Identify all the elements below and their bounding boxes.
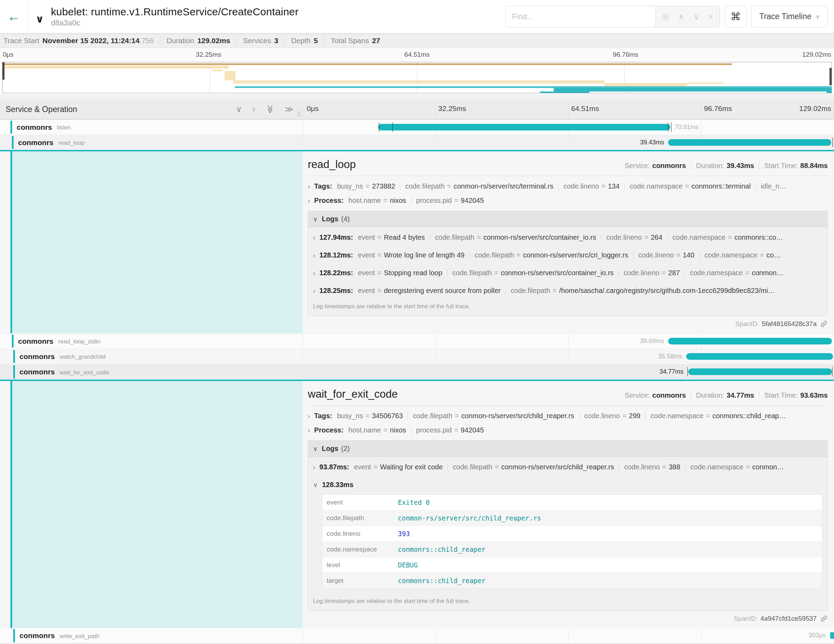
minimap-gap bbox=[0, 94, 834, 100]
ruler-tick: 64.51ms bbox=[404, 51, 430, 58]
find-tools: ◎ ∧ ∨ × bbox=[655, 6, 719, 27]
link-icon[interactable] bbox=[820, 615, 828, 623]
minimap-left-drag-handle[interactable] bbox=[2, 62, 5, 80]
process-row[interactable]: › Process: host.name=nixos process.pid=9… bbox=[308, 197, 828, 205]
span-row-read-loop[interactable]: conmonrs read_loop 39.43ms bbox=[0, 135, 834, 150]
span-service: conmonrs bbox=[19, 368, 55, 376]
collapse-all-icon[interactable]: ≫ bbox=[265, 105, 275, 113]
link-icon[interactable] bbox=[820, 320, 828, 328]
span-accent bbox=[12, 335, 14, 348]
span-row-wait-for-exit-code[interactable]: conmonrs wait_for_exit_code 34.77ms bbox=[0, 364, 834, 380]
span-service: conmonrs bbox=[18, 139, 53, 147]
span-row-read-loop-stdin[interactable]: conmonrs read_loop_stdin 39.69ms bbox=[0, 333, 834, 349]
logs-header[interactable]: ∨ Logs (4) bbox=[308, 211, 828, 227]
log-entry[interactable]: › 93.87ms: event=Waiting for exit code c… bbox=[308, 460, 828, 474]
summary-depth: Depth 5 bbox=[291, 37, 318, 45]
minimap-span-bar bbox=[5, 66, 229, 68]
column-resize-handle[interactable] bbox=[298, 111, 301, 117]
find-input[interactable] bbox=[506, 6, 655, 27]
minimap-span-bar bbox=[212, 70, 223, 71]
span-accent bbox=[13, 629, 15, 642]
app-header: ← ∨ kubelet: runtime.v1.RuntimeService/C… bbox=[0, 0, 834, 33]
ruler-tick: 96.76ms bbox=[613, 51, 638, 58]
view-selector-label: Trace Timeline bbox=[759, 12, 811, 21]
process-tag: process.pid=942045 bbox=[416, 426, 484, 434]
logs-note: Log timestamps are relative to the start… bbox=[308, 593, 828, 610]
table-row: event Exited 0 bbox=[322, 495, 822, 510]
minimap-span-bar bbox=[604, 83, 687, 86]
log-entry[interactable]: › 127.94ms: event=Read 4 bytes code.file… bbox=[308, 230, 828, 245]
span-operation: read_loop_stdin bbox=[58, 338, 100, 345]
timeline-header: 0μs 32.25ms 64.51ms 96.76ms 129.02ms bbox=[302, 100, 834, 119]
timeline-tick: 96.76ms bbox=[704, 104, 732, 113]
expand-one-icon[interactable]: › bbox=[252, 104, 255, 114]
page-title: kubelet: runtime.v1.RuntimeService/Creat… bbox=[51, 6, 298, 18]
chevron-down-icon: ∨ bbox=[313, 481, 318, 489]
trace-summary-bar: Trace Start November 15 2022, 11:24:14 .… bbox=[0, 33, 834, 48]
span-row-watch-grandchild[interactable]: conmonrs watch_grandchild 35.58ms bbox=[0, 349, 834, 364]
tag: busy_ns=34506763 bbox=[337, 412, 403, 420]
detail-title: wait_for_exit_code bbox=[308, 388, 398, 400]
span-table-header: Service & Operation ∨ › ≫ ≫ 0μs 32.25ms … bbox=[0, 100, 834, 119]
header-controls: ◎ ∧ ∨ × ⌘ Trace Timeline ∨ bbox=[505, 6, 834, 28]
detail-title: read_loop bbox=[308, 158, 356, 171]
trace-minimap[interactable] bbox=[2, 62, 832, 93]
span-bar[interactable] bbox=[668, 139, 831, 146]
log-entry-expanded[interactable]: ∨ 128.33ms bbox=[308, 477, 828, 492]
chevron-right-icon: › bbox=[308, 412, 310, 420]
chevron-down-icon: ∨ bbox=[313, 445, 318, 453]
locate-icon[interactable]: ◎ bbox=[662, 12, 669, 21]
span-duration-label: 303μs bbox=[809, 632, 826, 639]
expand-all-icon[interactable]: ≫ bbox=[285, 104, 294, 114]
minimap-right-drag-handle[interactable] bbox=[829, 68, 832, 85]
process-row[interactable]: › Process: host.name=nixos process.pid=9… bbox=[308, 426, 828, 434]
log-entry[interactable]: › 128.25ms: event=deregistering event so… bbox=[308, 283, 828, 298]
prev-result-icon[interactable]: ∧ bbox=[678, 12, 684, 21]
keyboard-shortcuts-button[interactable]: ⌘ bbox=[725, 6, 746, 28]
span-duration-label: 34.77ms bbox=[659, 368, 684, 375]
chevron-right-icon: › bbox=[308, 183, 310, 190]
tags-row[interactable]: › Tags: busy_ns=273882 code.filepath=con… bbox=[308, 182, 828, 190]
span-row-listen[interactable]: conmonrs listen 70.91ms bbox=[0, 119, 834, 135]
span-bar[interactable] bbox=[830, 632, 834, 639]
logs-note: Log timestamps are relative to the start… bbox=[308, 298, 828, 316]
span-bar[interactable] bbox=[668, 338, 832, 345]
service-operation-title: Service & Operation bbox=[6, 105, 77, 114]
minimap-span-bar bbox=[827, 91, 832, 93]
minimap-band bbox=[0, 62, 834, 94]
back-arrow-icon: ← bbox=[7, 9, 21, 24]
span-operation: write_exit_path bbox=[60, 633, 99, 640]
summary-services: Services 3 bbox=[243, 37, 278, 45]
table-row: level DEBUG bbox=[322, 557, 822, 573]
chevron-right-icon: › bbox=[308, 197, 310, 205]
chevron-right-icon: › bbox=[313, 252, 315, 259]
span-accent bbox=[10, 121, 12, 134]
tag: code.filepath=conmon-rs/server/src/termi… bbox=[405, 182, 553, 190]
minimap-span-bar bbox=[233, 80, 604, 84]
span-bar[interactable] bbox=[688, 369, 832, 375]
minimap-span-bar bbox=[554, 88, 832, 92]
span-row-write-exit-path[interactable]: conmonrs write_exit_path 303μs bbox=[0, 628, 834, 643]
chevron-right-icon: › bbox=[313, 234, 315, 241]
tag: code.filepath=conmon-rs/server/src/child… bbox=[413, 412, 574, 420]
span-operation: wait_for_exit_code bbox=[60, 369, 109, 376]
summary-duration: Duration 129.02ms bbox=[166, 37, 230, 45]
chevron-down-icon: ∨ bbox=[313, 215, 318, 223]
log-entry[interactable]: › 128.12ms: event=Wrote log line of leng… bbox=[308, 248, 828, 263]
next-result-icon[interactable]: ∨ bbox=[693, 12, 700, 21]
process-tag: process.pid=942045 bbox=[416, 197, 484, 205]
span-bar[interactable] bbox=[378, 124, 670, 131]
view-selector-button[interactable]: Trace Timeline ∨ bbox=[751, 6, 828, 28]
logs-header[interactable]: ∨ Logs (2) bbox=[308, 441, 828, 457]
collapse-trace-header-icon[interactable]: ∨ bbox=[36, 13, 44, 25]
back-button[interactable]: ← bbox=[0, 0, 28, 33]
tags-row[interactable]: › Tags: busy_ns=34506763 code.filepath=c… bbox=[308, 412, 828, 420]
span-operation: listen bbox=[57, 124, 71, 131]
collapse-one-icon[interactable]: ∨ bbox=[236, 104, 242, 114]
process-tag: host.name=nixos bbox=[349, 197, 406, 205]
span-bar[interactable] bbox=[686, 353, 833, 360]
log-entry[interactable]: › 128.22ms: event=Stopping read loop cod… bbox=[308, 265, 828, 280]
clear-search-icon[interactable]: × bbox=[708, 12, 713, 21]
trace-timeline-page: ← ∨ kubelet: runtime.v1.RuntimeService/C… bbox=[0, 0, 834, 644]
chevron-down-icon: ∨ bbox=[816, 13, 820, 20]
